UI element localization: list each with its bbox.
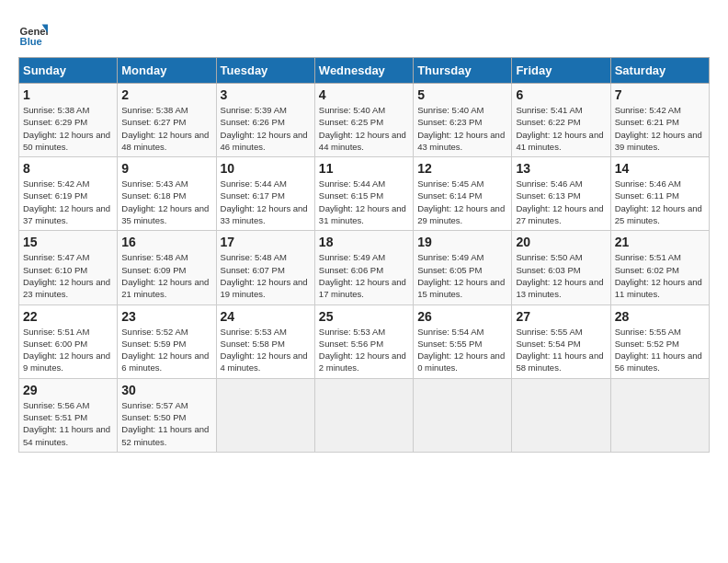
day-detail: Sunrise: 5:38 AMSunset: 6:29 PMDaylight:…	[23, 105, 110, 152]
header-tuesday: Tuesday	[216, 58, 314, 84]
day-detail: Sunrise: 5:52 AMSunset: 5:59 PMDaylight:…	[121, 327, 209, 373]
day-detail: Sunrise: 5:40 AMSunset: 6:25 PMDaylight:…	[319, 105, 406, 152]
day-cell: 13 Sunrise: 5:46 AMSunset: 6:13 PMDaylig…	[512, 157, 610, 231]
day-cell	[512, 378, 610, 452]
day-detail: Sunrise: 5:47 AMSunset: 6:10 PMDaylight:…	[23, 252, 110, 299]
day-detail: Sunrise: 5:55 AMSunset: 5:54 PMDaylight:…	[516, 327, 603, 373]
day-detail: Sunrise: 5:39 AMSunset: 6:26 PMDaylight:…	[221, 105, 308, 152]
day-number: 23	[121, 309, 211, 324]
day-detail: Sunrise: 5:49 AMSunset: 6:06 PMDaylight:…	[319, 252, 406, 299]
day-number: 25	[319, 309, 409, 324]
day-cell: 16 Sunrise: 5:48 AMSunset: 6:09 PMDaylig…	[118, 231, 216, 304]
day-cell: 2 Sunrise: 5:38 AMSunset: 6:27 PMDayligh…	[118, 84, 216, 157]
header-wednesday: Wednesday	[314, 58, 413, 84]
day-number: 17	[221, 235, 311, 249]
day-detail: Sunrise: 5:53 AMSunset: 5:58 PMDaylight:…	[221, 327, 308, 373]
day-number: 26	[417, 309, 507, 324]
day-number: 21	[615, 235, 705, 249]
day-cell: 21 Sunrise: 5:51 AMSunset: 6:02 PMDaylig…	[610, 231, 709, 304]
day-detail: Sunrise: 5:44 AMSunset: 6:17 PMDaylight:…	[221, 178, 308, 225]
day-number: 16	[121, 235, 211, 249]
day-detail: Sunrise: 5:49 AMSunset: 6:05 PMDaylight:…	[417, 252, 505, 299]
week-row-3: 15 Sunrise: 5:47 AMSunset: 6:10 PMDaylig…	[19, 231, 710, 304]
day-detail: Sunrise: 5:57 AMSunset: 5:50 PMDaylight:…	[121, 400, 209, 447]
day-detail: Sunrise: 5:48 AMSunset: 6:07 PMDaylight:…	[221, 252, 308, 299]
day-cell: 20 Sunrise: 5:50 AMSunset: 6:03 PMDaylig…	[512, 231, 610, 304]
day-detail: Sunrise: 5:55 AMSunset: 5:52 PMDaylight:…	[615, 327, 702, 373]
day-cell	[314, 378, 413, 452]
day-cell: 5 Sunrise: 5:40 AMSunset: 6:23 PMDayligh…	[414, 84, 512, 157]
day-cell: 18 Sunrise: 5:49 AMSunset: 6:06 PMDaylig…	[314, 231, 413, 304]
day-detail: Sunrise: 5:50 AMSunset: 6:03 PMDaylight:…	[516, 252, 603, 299]
day-detail: Sunrise: 5:51 AMSunset: 6:00 PMDaylight:…	[23, 327, 110, 373]
day-cell: 29 Sunrise: 5:56 AMSunset: 5:51 PMDaylig…	[19, 378, 118, 452]
day-cell: 14 Sunrise: 5:46 AMSunset: 6:11 PMDaylig…	[610, 157, 709, 231]
day-detail: Sunrise: 5:42 AMSunset: 6:19 PMDaylight:…	[23, 178, 110, 225]
day-number: 9	[121, 161, 211, 176]
header-row: SundayMondayTuesdayWednesdayThursdayFrid…	[19, 58, 710, 84]
day-cell: 1 Sunrise: 5:38 AMSunset: 6:29 PMDayligh…	[19, 84, 118, 157]
day-number: 20	[516, 235, 606, 249]
day-detail: Sunrise: 5:46 AMSunset: 6:11 PMDaylight:…	[615, 178, 702, 225]
day-cell: 12 Sunrise: 5:45 AMSunset: 6:14 PMDaylig…	[414, 157, 512, 231]
logo: General Blue	[18, 18, 48, 48]
day-number: 30	[121, 383, 211, 397]
day-cell: 23 Sunrise: 5:52 AMSunset: 5:59 PMDaylig…	[118, 304, 216, 378]
day-detail: Sunrise: 5:53 AMSunset: 5:56 PMDaylight:…	[319, 327, 406, 373]
day-detail: Sunrise: 5:51 AMSunset: 6:02 PMDaylight:…	[615, 252, 702, 299]
day-number: 13	[516, 161, 606, 176]
day-cell: 27 Sunrise: 5:55 AMSunset: 5:54 PMDaylig…	[512, 304, 610, 378]
day-cell: 24 Sunrise: 5:53 AMSunset: 5:58 PMDaylig…	[216, 304, 314, 378]
day-cell: 17 Sunrise: 5:48 AMSunset: 6:07 PMDaylig…	[216, 231, 314, 304]
day-number: 6	[516, 87, 606, 102]
day-cell: 8 Sunrise: 5:42 AMSunset: 6:19 PMDayligh…	[19, 157, 118, 231]
week-row-2: 8 Sunrise: 5:42 AMSunset: 6:19 PMDayligh…	[19, 157, 710, 231]
day-number: 18	[319, 235, 409, 249]
day-number: 14	[615, 161, 705, 176]
day-number: 24	[221, 309, 311, 324]
day-number: 19	[417, 235, 507, 249]
day-cell: 26 Sunrise: 5:54 AMSunset: 5:55 PMDaylig…	[414, 304, 512, 378]
day-detail: Sunrise: 5:44 AMSunset: 6:15 PMDaylight:…	[319, 178, 406, 225]
page-header: General Blue	[18, 18, 710, 48]
header-monday: Monday	[118, 58, 216, 84]
day-cell: 3 Sunrise: 5:39 AMSunset: 6:26 PMDayligh…	[216, 84, 314, 157]
day-number: 29	[23, 383, 113, 397]
day-cell: 28 Sunrise: 5:55 AMSunset: 5:52 PMDaylig…	[610, 304, 709, 378]
day-cell: 30 Sunrise: 5:57 AMSunset: 5:50 PMDaylig…	[118, 378, 216, 452]
day-cell: 6 Sunrise: 5:41 AMSunset: 6:22 PMDayligh…	[512, 84, 610, 157]
day-detail: Sunrise: 5:42 AMSunset: 6:21 PMDaylight:…	[615, 105, 702, 152]
day-cell: 7 Sunrise: 5:42 AMSunset: 6:21 PMDayligh…	[610, 84, 709, 157]
header-sunday: Sunday	[19, 58, 118, 84]
day-cell: 15 Sunrise: 5:47 AMSunset: 6:10 PMDaylig…	[19, 231, 118, 304]
day-cell: 4 Sunrise: 5:40 AMSunset: 6:25 PMDayligh…	[314, 84, 413, 157]
day-number: 11	[319, 161, 409, 176]
day-number: 7	[615, 87, 705, 102]
day-detail: Sunrise: 5:54 AMSunset: 5:55 PMDaylight:…	[417, 327, 505, 373]
header-friday: Friday	[512, 58, 610, 84]
day-number: 10	[221, 161, 311, 176]
header-saturday: Saturday	[610, 58, 709, 84]
day-number: 28	[615, 309, 705, 324]
week-row-4: 22 Sunrise: 5:51 AMSunset: 6:00 PMDaylig…	[19, 304, 710, 378]
day-cell: 11 Sunrise: 5:44 AMSunset: 6:15 PMDaylig…	[314, 157, 413, 231]
day-detail: Sunrise: 5:45 AMSunset: 6:14 PMDaylight:…	[417, 178, 505, 225]
header-thursday: Thursday	[414, 58, 512, 84]
week-row-5: 29 Sunrise: 5:56 AMSunset: 5:51 PMDaylig…	[19, 378, 710, 452]
day-number: 1	[23, 87, 113, 102]
day-number: 3	[221, 87, 311, 102]
day-detail: Sunrise: 5:56 AMSunset: 5:51 PMDaylight:…	[23, 400, 110, 447]
day-cell	[216, 378, 314, 452]
day-cell: 25 Sunrise: 5:53 AMSunset: 5:56 PMDaylig…	[314, 304, 413, 378]
day-cell: 22 Sunrise: 5:51 AMSunset: 6:00 PMDaylig…	[19, 304, 118, 378]
day-number: 2	[121, 87, 211, 102]
day-detail: Sunrise: 5:46 AMSunset: 6:13 PMDaylight:…	[516, 178, 603, 225]
day-cell: 10 Sunrise: 5:44 AMSunset: 6:17 PMDaylig…	[216, 157, 314, 231]
day-number: 22	[23, 309, 113, 324]
day-number: 12	[417, 161, 507, 176]
day-detail: Sunrise: 5:41 AMSunset: 6:22 PMDaylight:…	[516, 105, 603, 152]
day-detail: Sunrise: 5:40 AMSunset: 6:23 PMDaylight:…	[417, 105, 505, 152]
day-cell	[414, 378, 512, 452]
svg-text:Blue: Blue	[20, 36, 42, 47]
day-cell: 9 Sunrise: 5:43 AMSunset: 6:18 PMDayligh…	[118, 157, 216, 231]
